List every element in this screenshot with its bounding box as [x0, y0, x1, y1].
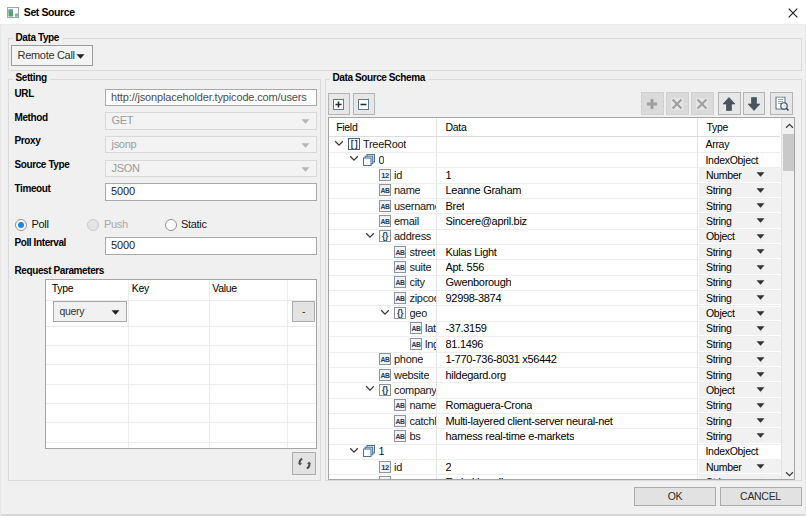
svg-text:AB: AB: [395, 279, 405, 286]
svg-text:AB: AB: [395, 264, 405, 271]
svg-text:AB: AB: [380, 202, 390, 209]
svg-text:AB: AB: [380, 218, 390, 225]
svg-text:AB: AB: [380, 371, 390, 378]
svg-text:12: 12: [381, 463, 389, 472]
svg-text:{}: {}: [381, 385, 388, 395]
svg-text:{}: {}: [397, 308, 404, 318]
svg-text:AB: AB: [380, 356, 390, 363]
svg-text:AB: AB: [411, 341, 421, 348]
svg-text:{}: {}: [381, 231, 388, 241]
svg-text:AB: AB: [380, 479, 390, 480]
svg-text:12: 12: [381, 171, 389, 180]
svg-text:AB: AB: [395, 294, 405, 301]
svg-text:[ ]: [ ]: [350, 139, 357, 149]
svg-text:AB: AB: [395, 417, 405, 424]
svg-text:AB: AB: [380, 187, 390, 194]
svg-text:AB: AB: [395, 433, 405, 440]
svg-text:AB: AB: [411, 325, 421, 332]
svg-text:AB: AB: [395, 248, 405, 255]
svg-text:AB: AB: [395, 402, 405, 409]
